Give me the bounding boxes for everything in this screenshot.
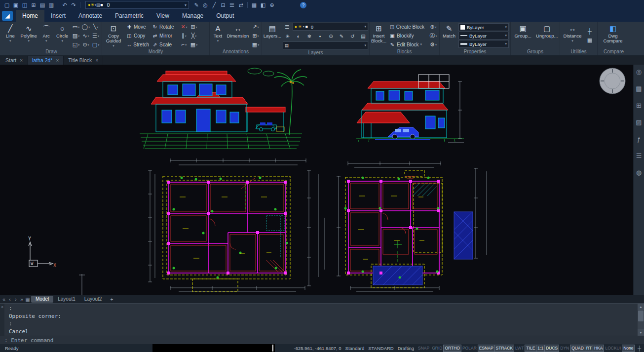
ribbon-tab[interactable]: Output bbox=[210, 10, 240, 22]
list-icon[interactable]: ☰ bbox=[227, 1, 236, 9]
polyline-button[interactable]: ∿ Polyline ▾ bbox=[20, 22, 38, 49]
status-toggle[interactable]: STRACK bbox=[495, 345, 514, 352]
point-tool-icon[interactable]: ⊙▾ bbox=[81, 40, 91, 49]
undo-icon[interactable]: ↶ bbox=[60, 1, 69, 9]
multiline-tool-icon[interactable]: ☰▾ bbox=[91, 31, 101, 40]
save-icon[interactable]: ◫ bbox=[20, 1, 29, 9]
world-panel-icon[interactable]: ◍ bbox=[636, 169, 642, 176]
text-button[interactable]: A Text ▾ bbox=[211, 22, 225, 49]
arc-button[interactable]: ⌒ Arc ▾ bbox=[39, 22, 54, 49]
grid-icon[interactable]: ▦ bbox=[250, 1, 259, 9]
id-point-icon[interactable]: ┼ bbox=[585, 27, 595, 36]
circle-button[interactable]: ○ Circle ▾ bbox=[54, 22, 70, 49]
snap-icon[interactable]: ⊡ bbox=[219, 1, 227, 9]
scrollbar-thumb[interactable] bbox=[638, 311, 644, 321]
layer-walk-icon[interactable]: ✎ bbox=[337, 32, 346, 40]
last-layout-icon[interactable]: » bbox=[19, 297, 25, 302]
layout-tab-model[interactable]: Model bbox=[31, 296, 53, 303]
blockify-button[interactable]: ▣ Blockify bbox=[388, 31, 427, 40]
print-icon[interactable]: ▤ bbox=[38, 1, 47, 9]
status-toggle[interactable]: DUCS bbox=[545, 345, 559, 352]
offset-icon[interactable]: ∥▾ bbox=[179, 31, 189, 40]
move-button[interactable]: ✚ Move bbox=[125, 22, 151, 31]
prev-layout-icon[interactable]: ‹ bbox=[7, 297, 13, 302]
save-all-icon[interactable]: ⊞ bbox=[29, 1, 38, 9]
status-corner-icon[interactable]: ┼ bbox=[638, 346, 641, 351]
standard-item[interactable]: STANDARD bbox=[366, 346, 396, 351]
hatch-panel-icon[interactable]: ▨ bbox=[636, 119, 642, 125]
status-toggle[interactable]: QUAD bbox=[570, 345, 585, 352]
layer-isolate-icon[interactable]: ◐ bbox=[294, 32, 303, 40]
layer-dropdown[interactable]: ●☀▪■ 0 ▾ bbox=[293, 23, 368, 31]
block-settings-icon[interactable]: ⚙▾ bbox=[428, 40, 438, 49]
ribbon-tab[interactable]: Annotate bbox=[72, 10, 109, 22]
edit-block-button[interactable]: ✎ Edit Block ▾ bbox=[388, 40, 427, 49]
workspace-item[interactable]: Drafting bbox=[396, 346, 416, 351]
status-toggle[interactable]: ESNAP bbox=[478, 345, 494, 352]
ray-tool-icon[interactable]: ╲▾ bbox=[91, 22, 101, 31]
status-toggle[interactable]: TILE bbox=[525, 345, 536, 352]
layer-list-icon[interactable]: ☰ bbox=[283, 23, 292, 31]
close-icon[interactable]: × bbox=[1, 305, 3, 309]
close-icon[interactable]: × bbox=[56, 58, 59, 63]
status-toggle[interactable]: DYN bbox=[559, 345, 570, 352]
ribbon-tab[interactable]: Insert bbox=[44, 10, 72, 22]
create-block-button[interactable]: ◫ Create Block bbox=[388, 22, 427, 31]
swap-icon[interactable]: ⇄ bbox=[236, 1, 245, 9]
plot-preview-icon[interactable]: ▥ bbox=[47, 1, 56, 9]
fillet-icon[interactable]: ⌐▾ bbox=[179, 40, 189, 49]
status-toggle[interactable]: SNAP bbox=[417, 345, 430, 352]
cursor-style-item[interactable]: Standard bbox=[343, 346, 367, 351]
distance-button[interactable]: ↔ Distance ▾ bbox=[561, 22, 584, 49]
close-icon[interactable]: × bbox=[20, 58, 23, 63]
command-panel[interactable]: × :Opposite corner::Cancel ▲ ▼ bbox=[0, 303, 644, 336]
quick-calc-icon[interactable]: ▦ bbox=[585, 36, 595, 44]
insert-block-button[interactable]: ⊞ Insert Block... bbox=[371, 22, 387, 49]
command-scrollbar[interactable]: ▲ ▼ bbox=[638, 304, 644, 336]
tab-latha-2d[interactable]: latha 2d* × bbox=[28, 56, 64, 65]
dimension-button[interactable]: ↔ Dimension bbox=[226, 22, 250, 49]
structure-panel-icon[interactable]: ☰ bbox=[636, 153, 642, 159]
stretch-button[interactable]: ↔ Stretch bbox=[125, 40, 151, 49]
help-icon[interactable]: ? bbox=[300, 2, 306, 8]
erase-icon[interactable]: ✕▾ bbox=[179, 22, 189, 31]
ellipse-tool-icon[interactable]: ◯▾ bbox=[81, 22, 91, 31]
layers-panel-icon[interactable]: ▤ bbox=[636, 85, 642, 92]
layer-match-icon[interactable]: ⊙ bbox=[326, 32, 335, 40]
status-toggle[interactable]: HKA bbox=[593, 345, 604, 352]
first-layout-icon[interactable]: « bbox=[1, 297, 7, 302]
add-layout-button[interactable]: + bbox=[107, 297, 116, 302]
close-icon[interactable]: × bbox=[95, 58, 98, 63]
navigation-compass[interactable] bbox=[600, 68, 625, 94]
command-input[interactable]: : Enter command bbox=[0, 336, 644, 344]
open-file-icon[interactable]: ▣ bbox=[11, 1, 20, 9]
mirror-button[interactable]: ⇄ Mirror bbox=[151, 31, 178, 40]
scroll-down-icon[interactable]: ▼ bbox=[638, 329, 644, 336]
rectangle-tool-icon[interactable]: ▭▾ bbox=[71, 22, 81, 31]
layer-previous-icon[interactable]: ↺ bbox=[348, 32, 357, 40]
copy-guided-button[interactable]: ⊡ Copy Guided ▾ bbox=[103, 22, 124, 49]
new-file-icon[interactable]: ▢ bbox=[2, 1, 11, 9]
table-icon[interactable]: ⊞▾ bbox=[251, 31, 261, 40]
tab-title-block[interactable]: Title Block × bbox=[64, 56, 103, 65]
next-layout-icon[interactable]: › bbox=[13, 297, 19, 302]
spline-tool-icon[interactable]: ∿▾ bbox=[81, 31, 91, 40]
leader-icon[interactable]: ↗▾ bbox=[251, 22, 261, 31]
hatch-tool-icon[interactable]: ▨▾ bbox=[71, 31, 81, 40]
ribbon-tab[interactable]: Parametric bbox=[109, 10, 150, 22]
copy-button[interactable]: ◫ Copy bbox=[125, 31, 151, 40]
match-properties-button[interactable]: ✎ Match bbox=[441, 22, 457, 49]
trim-icon[interactable]: ╳▾ bbox=[189, 31, 199, 40]
dwg-compare-button[interactable]: ◧ Dwg Compare bbox=[599, 22, 627, 49]
ribbon-tab[interactable]: Home bbox=[16, 10, 44, 22]
explode-icon[interactable]: ⊞▾ bbox=[189, 22, 199, 31]
add-icon[interactable]: ⊕ bbox=[267, 1, 276, 9]
block-attach-icon[interactable]: ⊕▾ bbox=[428, 22, 438, 31]
sketch-icon[interactable]: ✎ bbox=[192, 1, 201, 9]
ribbon-tab[interactable]: Manage bbox=[176, 10, 210, 22]
quick-layer-dropdown[interactable]: ●☀▪▤■ 0 ▾ bbox=[85, 1, 189, 9]
status-toggle[interactable]: POLAR bbox=[461, 345, 478, 352]
layer-off-icon[interactable]: ☀ bbox=[283, 32, 292, 40]
layer-lock-tool-icon[interactable]: ▪ bbox=[315, 32, 324, 40]
lineweight-control[interactable]: ByLayer ▾ bbox=[458, 40, 509, 48]
